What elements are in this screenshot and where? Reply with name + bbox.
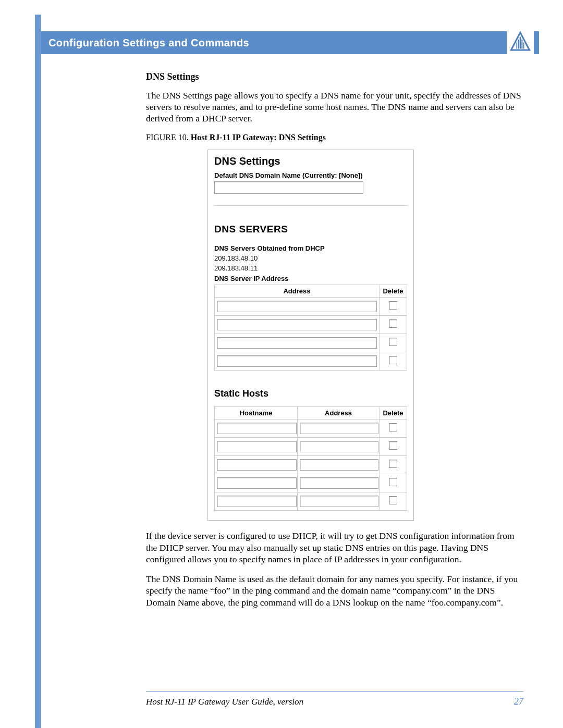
hostname-input[interactable] <box>217 477 297 489</box>
page-number: 27 <box>514 696 523 707</box>
divider <box>214 205 407 206</box>
address-input[interactable] <box>300 477 378 489</box>
dns-servers-heading: DNS SERVERS <box>214 224 407 235</box>
table-row <box>215 456 407 474</box>
col-delete: Delete <box>380 407 407 419</box>
figure-title: Host RJ-11 IP Gateway: DNS Settings <box>191 133 326 142</box>
delete-checkbox[interactable] <box>389 338 397 346</box>
hostname-input[interactable] <box>217 423 297 434</box>
table-row <box>215 474 407 492</box>
static-hosts-table: Hostname Address Delete <box>214 406 407 511</box>
table-row <box>215 492 407 511</box>
domain-name-label: Default DNS Domain Name (Currently: [Non… <box>214 171 407 179</box>
col-address: Address <box>298 407 380 419</box>
chapter-header: Configuration Settings and Commands <box>41 31 539 54</box>
delete-checkbox[interactable] <box>389 301 397 310</box>
dns-server-table: Address Delete <box>214 285 407 371</box>
static-hosts-heading: Static Hosts <box>214 388 407 399</box>
dns-server-ip-label: DNS Server IP Address <box>214 275 407 282</box>
page-footer: Host RJ-11 IP Gateway User Guide, versio… <box>146 696 523 707</box>
figure-caption: FIGURE 10. Host RJ-11 IP Gateway: DNS Se… <box>146 133 523 142</box>
address-input[interactable] <box>300 441 378 452</box>
address-input[interactable] <box>300 459 378 471</box>
delete-checkbox[interactable] <box>389 441 397 450</box>
domain-name-input[interactable] <box>214 181 363 194</box>
margin-stripe <box>35 15 41 728</box>
panel-title: DNS Settings <box>214 155 407 167</box>
table-row <box>215 352 407 371</box>
dhcp-server-2: 209.183.48.11 <box>214 264 407 273</box>
hostname-input[interactable] <box>217 496 297 507</box>
figure-prefix: FIGURE 10. <box>146 133 191 142</box>
address-input[interactable] <box>217 337 377 349</box>
hostname-input[interactable] <box>217 441 297 452</box>
chapter-title: Configuration Settings and Commands <box>48 37 249 49</box>
col-address: Address <box>215 285 380 298</box>
address-input[interactable] <box>300 423 378 434</box>
dhcp-servers-label: DNS Servers Obtained from DHCP <box>214 244 407 252</box>
table-row <box>215 316 407 334</box>
address-input[interactable] <box>217 355 377 367</box>
col-delete: Delete <box>380 285 407 298</box>
body-paragraph-2: The DNS Domain Name is used as the defau… <box>146 573 523 608</box>
body-paragraph-1: If the device server is configured to us… <box>146 530 523 565</box>
delete-checkbox[interactable] <box>389 460 397 468</box>
hostname-input[interactable] <box>217 459 297 471</box>
brand-logo <box>507 28 534 55</box>
table-row <box>215 298 407 316</box>
col-hostname: Hostname <box>215 407 298 419</box>
footer-rule <box>146 691 523 692</box>
delete-checkbox[interactable] <box>389 478 397 486</box>
section-title: DNS Settings <box>146 71 523 82</box>
address-input[interactable] <box>217 301 377 312</box>
table-row <box>215 438 407 456</box>
section-intro: The DNS Settings page allows you to spec… <box>146 90 523 125</box>
dns-settings-screenshot: DNS Settings Default DNS Domain Name (Cu… <box>207 150 414 521</box>
table-row <box>215 334 407 352</box>
table-row <box>215 419 407 438</box>
delete-checkbox[interactable] <box>389 496 397 504</box>
delete-checkbox[interactable] <box>389 356 397 364</box>
delete-checkbox[interactable] <box>389 423 397 431</box>
triangle-logo-icon <box>509 31 531 53</box>
address-input[interactable] <box>217 319 377 330</box>
dhcp-server-1: 209.183.48.10 <box>214 254 407 263</box>
address-input[interactable] <box>300 496 378 507</box>
footer-doc-title: Host RJ-11 IP Gateway User Guide, versio… <box>146 697 303 707</box>
delete-checkbox[interactable] <box>389 319 397 328</box>
